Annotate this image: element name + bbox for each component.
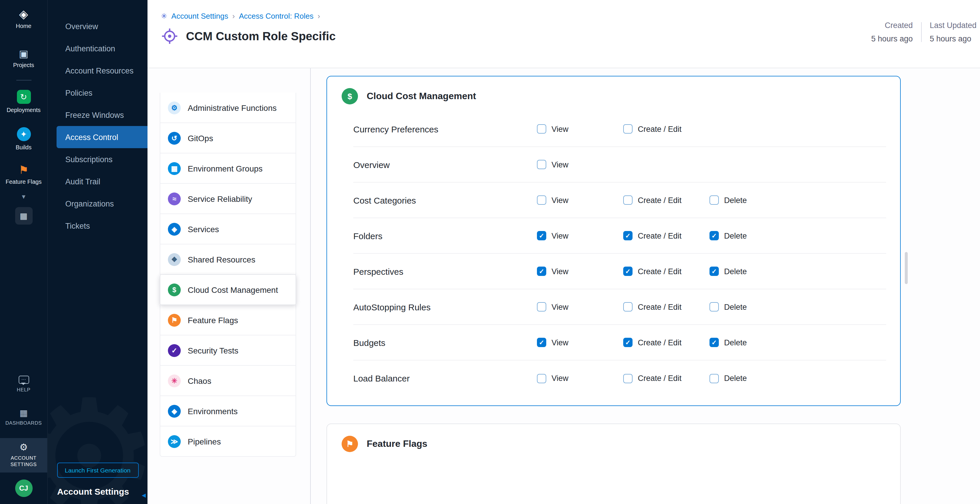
resource-category-item[interactable]: ⚙ Administrative Functions <box>160 93 296 123</box>
permission-label: View <box>552 231 568 240</box>
checkbox[interactable] <box>710 302 719 311</box>
resource-category-item[interactable]: ✓ Security Tests <box>160 335 296 366</box>
checkbox[interactable] <box>710 195 719 205</box>
rail-item-label: Home <box>16 23 31 29</box>
category-icon: ✓ <box>168 344 181 357</box>
permission-option[interactable]: View <box>537 374 623 383</box>
permission-option[interactable]: View <box>537 160 623 169</box>
permission-option[interactable]: Delete <box>710 374 796 383</box>
checkbox[interactable] <box>537 231 546 240</box>
sidebar-item-label: Organizations <box>65 199 114 208</box>
launch-first-generation-button[interactable]: Launch First Generation <box>57 463 138 478</box>
permission-option[interactable]: Delete <box>710 231 796 240</box>
permission-option[interactable]: Create / Edit <box>623 374 710 383</box>
permission-row: AutoStopping Rules View <box>353 289 886 325</box>
checkbox[interactable] <box>537 124 546 134</box>
sidebar-item[interactable]: Freeze Windows <box>48 104 148 126</box>
permission-option[interactable]: Delete <box>710 266 796 276</box>
sidebar-item[interactable]: Subscriptions <box>48 148 148 170</box>
rail-item-account-settings[interactable]: ⚙ ACCOUNT SETTINGS <box>0 438 47 472</box>
resource-category-item[interactable]: ◈ Services <box>160 214 296 244</box>
resource-category-item[interactable]: ▦ Environment Groups <box>160 153 296 184</box>
checkbox[interactable] <box>537 302 546 311</box>
breadcrumb: ✳ Account Settings › Access Control: Rol… <box>161 12 980 21</box>
permission-resource-name: Currency Preferences <box>353 124 537 134</box>
rail-item-deployments[interactable]: ↻ Deployments <box>0 85 47 118</box>
checkbox[interactable] <box>623 124 633 134</box>
rail-item-help[interactable]: ⋯ HELP <box>0 371 47 398</box>
last-updated-meta: Last Updated 5 hours ago <box>929 21 977 43</box>
resource-category-item[interactable]: ❖ Shared Resources <box>160 244 296 275</box>
settings-sidebar: ⚙ Overview Authentication Account Resour… <box>47 0 148 504</box>
permission-option[interactable]: Delete <box>710 195 796 205</box>
permission-option[interactable]: View <box>537 124 623 134</box>
rail-item-projects[interactable]: ▣ Projects <box>0 44 47 73</box>
resource-category-item[interactable]: ✳ Chaos <box>160 366 296 396</box>
resource-category-item[interactable]: $ Cloud Cost Management <box>160 275 296 305</box>
checkbox[interactable] <box>537 374 546 383</box>
permission-option[interactable]: View <box>537 266 623 276</box>
resource-category-item[interactable]: ≈ Service Reliability <box>160 184 296 214</box>
checkbox[interactable] <box>537 160 546 169</box>
sidebar-item[interactable]: Policies <box>48 82 148 104</box>
permission-option[interactable]: View <box>537 302 623 311</box>
resource-category-item[interactable]: ≫ Pipelines <box>160 426 296 457</box>
rail-item-home[interactable]: ◈ Home <box>0 3 47 34</box>
deployments-icon: ↻ <box>17 90 30 104</box>
sidebar-item[interactable]: Authentication <box>48 37 148 59</box>
checkbox[interactable] <box>623 374 633 383</box>
permission-option[interactable]: Create / Edit <box>623 338 710 347</box>
sidebar-item[interactable]: Account Resources <box>48 59 148 82</box>
breadcrumb-link-access-control-roles[interactable]: Access Control: Roles <box>239 12 313 21</box>
category-icon: ❖ <box>168 253 181 266</box>
sidebar-collapse-icon[interactable]: ◀ <box>142 492 146 498</box>
sidebar-item[interactable]: Overview <box>48 15 148 37</box>
rail-item-label: ACCOUNT SETTINGS <box>5 455 42 468</box>
grid-icon: ▦ <box>20 211 27 220</box>
permission-option[interactable]: Create / Edit <box>623 231 710 240</box>
scrollbar-thumb[interactable] <box>905 252 908 284</box>
checkbox[interactable] <box>537 195 546 205</box>
sidebar-item-label: Authentication <box>65 44 115 53</box>
rail-item-builds[interactable]: ✦ Builds <box>0 123 47 155</box>
sidebar-item[interactable]: Audit Trail <box>48 170 148 193</box>
sidebar-item[interactable]: Tickets <box>48 215 148 237</box>
checkbox[interactable] <box>623 302 633 311</box>
chevron-down-icon[interactable]: ▾ <box>22 190 25 202</box>
permission-resource-name: Overview <box>353 159 537 169</box>
permission-option[interactable]: Create / Edit <box>623 195 710 205</box>
category-icon: ⚑ <box>168 314 181 326</box>
checkbox[interactable] <box>710 266 719 276</box>
checkbox[interactable] <box>537 338 546 347</box>
checkbox[interactable] <box>623 195 633 205</box>
checkbox[interactable] <box>710 338 719 347</box>
checkbox[interactable] <box>710 374 719 383</box>
module-switcher-button[interactable]: ▦ <box>15 207 32 225</box>
checkbox[interactable] <box>623 338 633 347</box>
rail-item-dashboards[interactable]: ▦ DASHBOARDS <box>0 404 47 431</box>
permission-option[interactable]: View <box>537 195 623 205</box>
resource-category-item[interactable]: ⚑ Feature Flags <box>160 305 296 335</box>
sidebar-item[interactable]: Organizations <box>48 193 148 215</box>
permission-label: Delete <box>724 267 747 276</box>
sidebar-item[interactable]: Access Control <box>57 126 148 148</box>
user-avatar[interactable]: CJ <box>15 480 32 497</box>
resource-category-item[interactable]: ◆ Environments <box>160 396 296 426</box>
checkbox[interactable] <box>623 231 633 240</box>
permission-option[interactable]: Create / Edit <box>623 302 710 311</box>
checkbox[interactable] <box>623 266 633 276</box>
permission-option[interactable]: Delete <box>710 338 796 347</box>
permission-resource-name: Budgets <box>353 337 537 348</box>
rail-item-feature-flags[interactable]: ⚑ Feature Flags <box>0 160 47 190</box>
permission-option[interactable]: Delete <box>710 302 796 311</box>
card-title: Feature Flags <box>367 439 427 449</box>
permission-option[interactable]: View <box>537 338 623 347</box>
breadcrumb-link-account-settings[interactable]: Account Settings <box>172 12 228 21</box>
permission-option[interactable]: Create / Edit <box>623 124 710 134</box>
checkbox[interactable] <box>537 266 546 276</box>
sidebar-item-label: Access Control <box>65 133 118 142</box>
resource-category-item[interactable]: ↺ GitOps <box>160 123 296 153</box>
permission-option[interactable]: View <box>537 231 623 240</box>
permission-option[interactable]: Create / Edit <box>623 266 710 276</box>
checkbox[interactable] <box>710 231 719 240</box>
